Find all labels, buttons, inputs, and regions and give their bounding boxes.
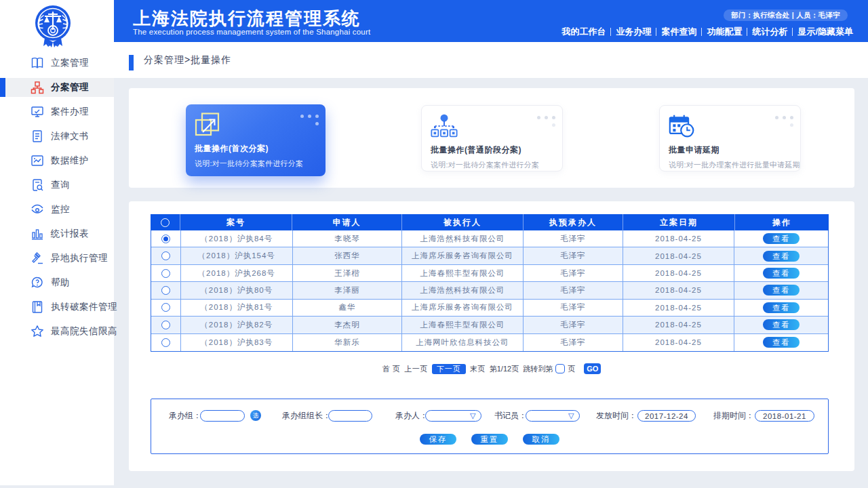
sidebar-item-search-doc[interactable]: 查询 (0, 173, 114, 197)
row-action-cell: 查看 (734, 265, 828, 281)
row-radio[interactable] (161, 321, 170, 329)
action-card[interactable]: 批量申请延期 说明:对一批办理案件进行批量申请延期 (659, 105, 801, 171)
sidebar-item-bar-chart[interactable]: 统计报表 (0, 222, 114, 246)
table-cell: 鑫华 (293, 300, 403, 316)
go-button[interactable]: GO (584, 363, 601, 374)
view-button[interactable]: 查看 (763, 251, 800, 262)
sidebar-item-label: 最高院失信限高 (51, 325, 117, 338)
search-doc-icon (31, 178, 44, 192)
table-cell: 李晓琴 (293, 230, 403, 247)
row-radio[interactable] (161, 251, 170, 260)
group-input[interactable] (200, 410, 245, 422)
group-leader-input[interactable] (328, 410, 372, 422)
sidebar-item-monitor[interactable]: 案件办理 (0, 100, 114, 124)
sidebar-item-book[interactable]: 立案管理 (0, 51, 114, 75)
sidebar-item-document[interactable]: 法律文书 (0, 124, 114, 148)
pagination: 首 页 上一页 下一页 末页 第1/12页 跳转到第 页 GO (129, 363, 854, 374)
view-button[interactable]: 查看 (763, 302, 800, 313)
sidebar-item-gavel[interactable]: 异地执行管理 (0, 246, 114, 270)
table-header-row: 案号申请人被执行人执预承办人立案日期操作 (151, 214, 829, 230)
app-title: 上海法院执行流程管理系统 (133, 7, 361, 30)
sidebar-item-eye[interactable]: 监控 (0, 197, 114, 222)
sidebar-item-label: 监控 (51, 203, 70, 216)
table-cell: 毛泽宇 (524, 317, 623, 333)
table-row: （2018）沪执82号李杰明上海春熙丰型有限公司毛泽宇2018-04-25查看 (151, 317, 828, 333)
clerk-label: 书记员： (494, 410, 527, 422)
page-prev-button[interactable]: 上一页 (404, 364, 428, 374)
top-nav-item[interactable]: 显示/隐藏菜单 (797, 26, 853, 38)
row-radio[interactable] (161, 235, 170, 243)
sidebar-item-sitemap[interactable]: 分案管理 (0, 75, 114, 100)
column-header: 操作 (735, 214, 829, 230)
top-nav-item[interactable]: 统计分析 (752, 26, 787, 38)
clerk-select[interactable]: ▽ (526, 410, 580, 422)
user-info-badge: 部门：执行综合处 | 人员：毛泽宇 (724, 9, 848, 21)
row-radio[interactable] (161, 338, 170, 347)
table-row: （2018）沪执81号鑫华上海席乐服务咨询有限公司毛泽宇2018-04-25查看 (151, 300, 828, 317)
page-first-button[interactable]: 首 页 (382, 364, 401, 374)
table-row: （2018）沪执80号李泽丽上海浩然科技有限公司毛泽宇2018-04-25查看 (151, 282, 828, 299)
jump-page-input[interactable] (555, 364, 565, 373)
row-select-cell[interactable] (151, 282, 181, 298)
sidebar-item-label: 查询 (51, 179, 70, 191)
batch-first-icon (195, 112, 222, 138)
assignment-form: 保存 重置 取消 承办组：选承办组组长：承办人：▽书记员：▽发放时间：排期时间： (151, 399, 829, 454)
row-select-cell[interactable] (151, 265, 181, 281)
breadcrumb-bar: 分案管理>批量操作 (114, 42, 868, 78)
table-cell: 李泽丽 (293, 282, 403, 298)
radio-icon (161, 218, 170, 227)
top-nav-item[interactable]: 功能配置 (707, 26, 742, 38)
bar-chart-icon (31, 227, 44, 241)
sidebar-item-notebook[interactable]: 执转破案件管理 (0, 295, 114, 319)
action-card[interactable]: 批量操作(首次分案) 说明:对一批待分案案件进行分案 (186, 104, 326, 176)
row-select-cell[interactable] (151, 247, 181, 264)
table-cell: 2018-04-25 (623, 282, 735, 298)
handler-select[interactable]: ▽ (425, 410, 481, 422)
chart-frame-icon (31, 154, 44, 167)
table-cell: 毛泽宇 (524, 334, 623, 351)
breadcrumb-accent (129, 55, 134, 70)
header-select-all[interactable] (151, 214, 180, 230)
schedule-date-field[interactable] (755, 410, 814, 422)
column-header: 案号 (180, 214, 292, 230)
nav-separator (747, 28, 747, 36)
star-icon (31, 325, 44, 338)
notebook-icon (31, 300, 44, 314)
case-table: 案号申请人被执行人执预承办人立案日期操作 （2018）沪执84号李晓琴上海浩然科… (151, 214, 829, 352)
save-button[interactable]: 保存 (420, 434, 456, 445)
table-cell: （2018）沪执83号 (181, 334, 293, 351)
row-select-cell[interactable] (151, 230, 181, 247)
table-cell: 毛泽宇 (524, 230, 623, 247)
row-radio[interactable] (161, 286, 170, 295)
nav-separator (701, 28, 702, 36)
page-next-button[interactable]: 下一页 (432, 364, 466, 374)
table-cell: 毛泽宇 (524, 282, 623, 298)
view-button[interactable]: 查看 (763, 268, 800, 279)
sidebar-item-help[interactable]: 帮助 (0, 270, 114, 295)
row-radio[interactable] (161, 303, 170, 312)
table-row: （2018）沪执154号张西华上海席乐服务咨询有限公司毛泽宇2018-04-25… (151, 247, 828, 264)
reset-button[interactable]: 重置 (471, 434, 508, 445)
issue-date-field[interactable] (637, 410, 696, 422)
group-leader-label: 承办组组长： (282, 410, 331, 422)
top-nav-item[interactable]: 业务办理 (616, 26, 651, 38)
top-nav-item[interactable]: 我的工作台 (561, 26, 606, 38)
row-radio[interactable] (161, 269, 170, 278)
view-button[interactable]: 查看 (763, 337, 800, 348)
row-select-cell[interactable] (151, 300, 181, 316)
table-cell: 毛泽宇 (524, 265, 623, 281)
sidebar-item-star[interactable]: 最高院失信限高 (0, 319, 114, 344)
row-select-cell[interactable] (151, 334, 181, 351)
cancel-button[interactable]: 取消 (523, 434, 559, 445)
row-select-cell[interactable] (151, 317, 181, 333)
view-button[interactable]: 查看 (763, 233, 800, 244)
view-button[interactable]: 查看 (763, 285, 800, 296)
sidebar-item-label: 帮助 (51, 277, 70, 289)
action-card[interactable]: 批量操作(普通阶段分案) 说明:对一批待分案案件进行分案 (421, 105, 563, 171)
view-button[interactable]: 查看 (763, 319, 800, 330)
top-nav-item[interactable]: 案件查询 (661, 26, 696, 38)
sidebar-item-chart-frame[interactable]: 数据维护 (0, 148, 114, 173)
pick-group-button[interactable]: 选 (250, 410, 261, 421)
page-last-button[interactable]: 末页 (470, 364, 486, 374)
card-title: 批量操作(普通阶段分案) (431, 144, 521, 156)
